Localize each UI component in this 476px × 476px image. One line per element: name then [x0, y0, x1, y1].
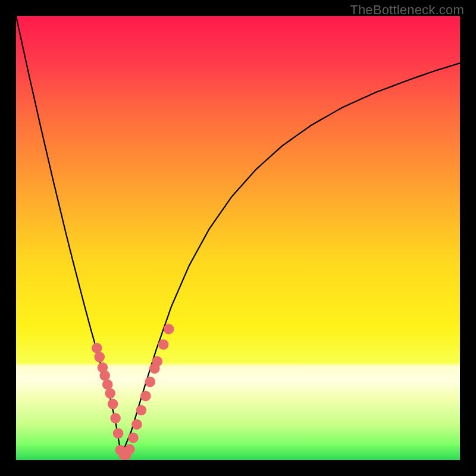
marker-dot — [145, 377, 155, 387]
frame-left — [0, 0, 16, 476]
gradient-background — [16, 16, 460, 460]
marker-dot — [152, 356, 162, 367]
marker-dot — [124, 444, 135, 455]
frame-bottom — [0, 460, 476, 476]
marker-dot — [140, 391, 151, 402]
marker-dot — [108, 399, 118, 409]
marker-dot — [94, 352, 105, 362]
marker-dot — [131, 419, 142, 430]
frame-right — [460, 0, 476, 476]
marker-dot — [99, 370, 110, 381]
marker-dot — [113, 428, 124, 439]
marker-dot — [110, 413, 121, 424]
chart-svg — [16, 16, 460, 460]
watermark-text: TheBottleneck.com — [350, 2, 464, 18]
marker-dot — [136, 405, 147, 416]
marker-dot — [158, 339, 169, 350]
marker-dot — [92, 343, 102, 353]
marker-dot — [128, 433, 139, 443]
plot-area — [16, 16, 460, 460]
marker-dot — [102, 379, 113, 390]
marker-dot — [164, 324, 174, 334]
marker-dot — [105, 388, 115, 399]
